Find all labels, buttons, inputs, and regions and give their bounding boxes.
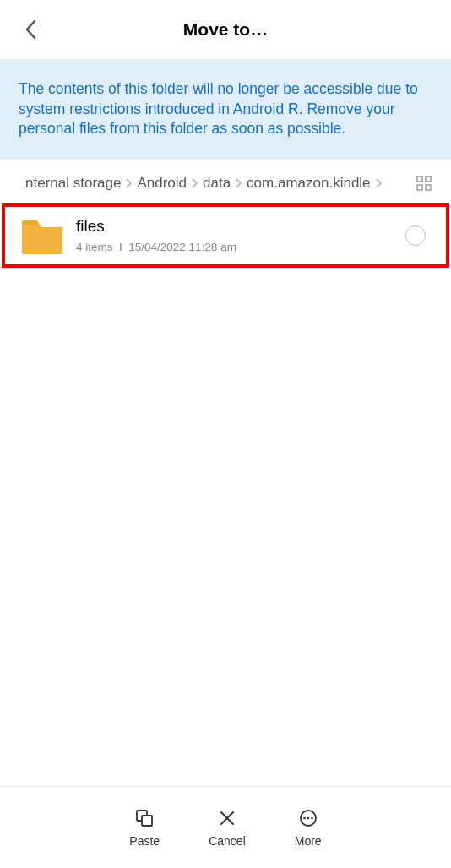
breadcrumb-item[interactable]: Android	[137, 175, 187, 192]
svg-rect-5	[142, 816, 152, 826]
svg-rect-1	[426, 176, 431, 182]
select-checkbox[interactable]	[405, 225, 426, 246]
cancel-label: Cancel	[209, 834, 246, 848]
breadcrumb-item[interactable]: data	[203, 175, 231, 192]
back-button[interactable]	[19, 18, 42, 41]
chevron-left-icon	[24, 19, 36, 40]
svg-rect-3	[426, 185, 431, 190]
chevron-right-icon	[191, 177, 198, 189]
paste-label: Paste	[129, 834, 160, 848]
chevron-right-icon	[125, 177, 133, 189]
banner-text: The contents of this folder will no long…	[19, 80, 418, 137]
svg-point-9	[311, 816, 313, 819]
warning-banner: The contents of this folder will no long…	[0, 59, 451, 160]
close-icon	[217, 808, 237, 828]
cancel-button[interactable]: Cancel	[209, 808, 246, 848]
paste-button[interactable]: Paste	[129, 808, 160, 848]
folder-icon	[20, 215, 64, 256]
folder-row[interactable]: files 4 items I 15/04/2022 11:28 am	[2, 203, 449, 268]
bottom-toolbar: Paste Cancel More	[0, 786, 451, 868]
grid-icon	[416, 176, 432, 191]
folder-item-count: 4 items	[76, 241, 113, 253]
page-title: Move to…	[0, 19, 451, 40]
folder-list: files 4 items I 15/04/2022 11:28 am	[0, 203, 451, 786]
more-label: More	[295, 834, 322, 848]
breadcrumb-row: nternal storage Android data com.amazon.…	[0, 160, 451, 203]
svg-rect-2	[417, 185, 422, 190]
header: Move to…	[0, 0, 451, 59]
folder-timestamp: 15/04/2022 11:28 am	[128, 241, 236, 253]
chevron-right-icon	[235, 177, 242, 189]
chevron-right-icon	[375, 177, 383, 189]
breadcrumb-item[interactable]: nternal storage	[25, 175, 121, 192]
svg-point-8	[307, 816, 309, 819]
paste-icon	[134, 808, 155, 828]
breadcrumb: nternal storage Android data com.amazon.…	[25, 175, 405, 192]
folder-info: files 4 items I 15/04/2022 11:28 am	[76, 217, 405, 253]
svg-rect-0	[417, 176, 422, 182]
more-icon	[298, 808, 318, 828]
view-toggle-button[interactable]	[416, 175, 432, 192]
folder-meta: 4 items I 15/04/2022 11:28 am	[76, 241, 405, 253]
svg-point-7	[303, 816, 306, 819]
breadcrumb-item[interactable]: com.amazon.kindle	[247, 175, 370, 192]
folder-name: files	[76, 217, 405, 236]
more-button[interactable]: More	[295, 808, 322, 848]
